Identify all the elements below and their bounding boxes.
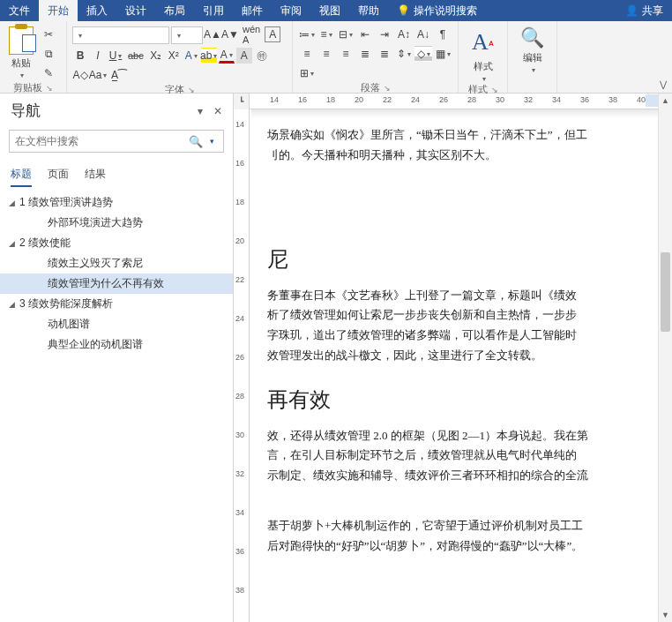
font-size-selector[interactable]: ▾ [171, 26, 203, 44]
char-shading-button[interactable]: A [236, 48, 252, 64]
horizontal-ruler[interactable]: ┗ 1416182022242628303234363840 [234, 94, 672, 109]
superscript-button[interactable]: X² [166, 48, 182, 64]
align-center-button[interactable]: ≡ [317, 46, 335, 62]
highlight-button[interactable]: ab▾ [201, 48, 217, 64]
heading-text: 再有效 [267, 386, 660, 414]
tab-insert[interactable]: 插入 [78, 0, 116, 21]
nav-search-input[interactable] [15, 135, 185, 147]
tab-layout[interactable]: 布局 [155, 0, 194, 21]
bold-button[interactable]: B [72, 48, 88, 64]
tree-heading-1[interactable]: ◢2 绩效使能 [0, 233, 233, 253]
text-direction-button[interactable]: A↕ [395, 26, 413, 42]
vruler-number: 22 [235, 275, 244, 284]
clipboard-group-label: 剪贴板 [13, 81, 42, 94]
tree-heading-1[interactable]: ◢1 绩效管理演讲趋势 [0, 192, 233, 213]
paragraph-launcher-icon[interactable]: ↘ [384, 84, 391, 93]
bullets-button[interactable]: ≔▾ [298, 26, 316, 42]
tell-me-label: 操作说明搜索 [414, 4, 477, 19]
tree-heading-2[interactable]: 绩效主义毁灭了索尼 [0, 253, 233, 274]
clipboard-launcher-icon[interactable]: ↘ [46, 84, 53, 93]
underline-button[interactable]: U▾ [108, 48, 123, 64]
tab-design[interactable]: 设计 [116, 0, 155, 21]
tab-help[interactable]: 帮助 [349, 0, 388, 21]
copy-button[interactable]: ⧉ [41, 46, 56, 62]
nav-search-dropdown[interactable]: ▾ [206, 137, 218, 146]
font-color-button[interactable]: A▾ [219, 48, 235, 64]
caret-icon: ◢ [9, 199, 19, 207]
character-border-button[interactable]: A [265, 26, 280, 42]
paste-icon [9, 26, 34, 55]
scroll-down-button[interactable]: ▼ [659, 608, 672, 622]
tree-heading-2[interactable]: 外部环境演进大趋势 [0, 213, 233, 233]
clear-formatting-button[interactable]: A◇ [72, 67, 88, 83]
share-button[interactable]: 👤 共享 [616, 0, 672, 21]
line-spacing-button[interactable]: ⇕▾ [395, 46, 413, 62]
paste-button[interactable]: 粘贴 ▾ [5, 26, 37, 79]
tab-view[interactable]: 视图 [310, 0, 349, 21]
tab-selector[interactable]: ┗ [234, 94, 250, 109]
format-painter-button[interactable]: ✎ [41, 65, 56, 81]
cut-button[interactable]: ✂ [41, 26, 56, 42]
change-case-button[interactable]: Aa▾ [90, 67, 106, 83]
text-effects-button[interactable]: A▾ [183, 48, 199, 64]
tab-mailings[interactable]: 邮件 [233, 0, 272, 21]
font-launcher-icon[interactable]: ↘ [188, 86, 195, 94]
strikethrough-button[interactable]: abc [125, 48, 146, 64]
italic-button[interactable]: I [90, 48, 106, 64]
body-text: 言，在引人目标制定环节之后，绩效管理就从电气时代单纯的 [267, 446, 660, 466]
font-name-selector[interactable]: ▾ [72, 26, 169, 44]
multilevel-list-button[interactable]: ⊟▾ [337, 26, 355, 42]
tab-home[interactable]: 开始 [39, 0, 78, 21]
ruler-number: 30 [486, 95, 514, 104]
tab-references[interactable]: 引用 [194, 0, 233, 21]
nav-close-button[interactable]: ✕ [213, 105, 222, 117]
align-right-button[interactable]: ≡ [337, 46, 355, 62]
enclose-char-button[interactable]: ㊕ [254, 48, 270, 64]
tree-item-label: 外部环境演进大趋势 [48, 215, 143, 230]
vertical-scrollbar[interactable]: ▲ ▼ [658, 94, 672, 622]
ruler-number: 36 [571, 95, 599, 104]
sort-button[interactable]: A↓ [414, 26, 432, 42]
tree-item-label: 绩效管理为什么不再有效 [48, 276, 164, 291]
snap-to-grid-button[interactable]: ⊞▾ [298, 65, 316, 81]
tree-heading-1[interactable]: ◢3 绩效势能深度解析 [0, 294, 233, 314]
nav-tab-pages[interactable]: 页面 [48, 163, 69, 187]
borders-button[interactable]: ▦▾ [434, 46, 452, 62]
vruler-number: 26 [235, 353, 244, 362]
tree-heading-2[interactable]: 动机图谱 [0, 314, 233, 334]
nav-dropdown-button[interactable]: ▾ [198, 105, 203, 117]
editing-button[interactable]: 🔍 编辑 ▾ [517, 26, 548, 74]
numbering-button[interactable]: ≡▾ [317, 26, 335, 42]
share-label: 共享 [642, 4, 663, 19]
justify-button[interactable]: ≣ [356, 46, 374, 62]
align-left-button[interactable]: ≡ [298, 46, 316, 62]
tab-file[interactable]: 文件 [0, 0, 39, 21]
styles-launcher-icon[interactable]: ↘ [491, 86, 498, 94]
phonetic-guide-button[interactable]: wénA [240, 26, 263, 42]
scroll-thumb[interactable] [661, 252, 670, 332]
increase-indent-button[interactable]: ⇥ [376, 26, 393, 42]
nav-tab-results[interactable]: 结果 [85, 163, 106, 187]
subscript-button[interactable]: X₂ [148, 48, 164, 64]
collapse-ribbon-button[interactable]: ⋁ [660, 79, 667, 89]
tab-review[interactable]: 审阅 [272, 0, 310, 21]
tree-item-label: 2 绩效使能 [19, 236, 71, 251]
scroll-up-button[interactable]: ▲ [659, 94, 672, 108]
fit-text-button[interactable]: A̲⁀ [108, 67, 131, 83]
search-icon[interactable]: 🔍 [185, 135, 206, 148]
nav-tab-headings[interactable]: 标题 [11, 163, 32, 187]
shading-button[interactable]: ◇▾ [414, 46, 432, 62]
styles-button[interactable]: Aᴀ 样式 ▾ [464, 26, 503, 83]
tree-heading-2[interactable]: 绩效管理为什么不再有效 [0, 274, 233, 294]
document-page[interactable]: 场景确实如《悯农》里所言，“锄禾日当午，汗滴禾下土”，但工 刂的。今天播种和明天… [250, 109, 672, 622]
show-marks-button[interactable]: ¶ [434, 26, 452, 42]
nav-search-box[interactable]: 🔍 ▾ [9, 130, 224, 153]
distributed-button[interactable]: ≣ [376, 46, 393, 62]
shrink-font-button[interactable]: A▼ [222, 26, 238, 42]
tell-me-search[interactable]: 💡 操作说明搜索 [388, 0, 486, 21]
tree-heading-2[interactable]: 典型企业的动机图谱 [0, 334, 233, 355]
ruler-number: 38 [599, 95, 627, 104]
decrease-indent-button[interactable]: ⇤ [356, 26, 374, 42]
grow-font-button[interactable]: A▲ [205, 26, 220, 42]
vertical-ruler[interactable]: 14161820222426283032343638 [234, 109, 250, 622]
